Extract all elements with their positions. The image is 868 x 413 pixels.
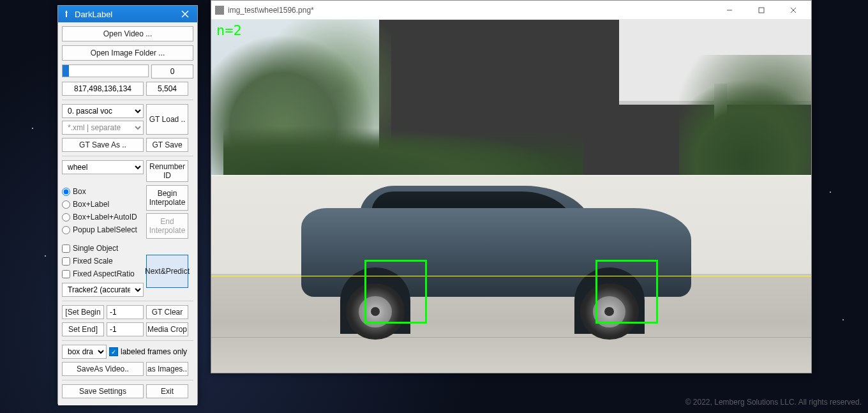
maximize-icon[interactable] xyxy=(747,1,775,19)
gt-load-button[interactable]: GT Load .. xyxy=(146,104,188,135)
gt-clear-button[interactable]: GT Clear xyxy=(146,305,188,319)
labeled-only-label: labeled frames only xyxy=(121,347,187,356)
save-settings-button[interactable]: Save Settings xyxy=(62,384,144,398)
viewer-title: img_test\wheel1596.png* xyxy=(228,6,712,15)
bounding-box[interactable] xyxy=(595,260,659,324)
darklabel-panel: DarkLabel Open Video ... Open Image Fold… xyxy=(57,5,198,404)
scene-background xyxy=(211,20,811,373)
bounding-box[interactable] xyxy=(364,260,428,324)
minimize-icon[interactable] xyxy=(715,1,744,19)
close-icon[interactable] xyxy=(177,7,193,21)
overlay-count: n=2 xyxy=(216,22,242,38)
slider-thumb[interactable] xyxy=(63,65,69,77)
app-icon xyxy=(62,10,71,19)
end-interpolate-button[interactable]: EndInterpolate xyxy=(146,213,188,239)
format-select[interactable]: 0. pascal voc xyxy=(62,104,144,118)
gt-save-as-button[interactable]: GT Save As .. xyxy=(62,138,144,152)
labeled-only-checkbox[interactable]: ✓ xyxy=(109,347,118,356)
set-begin-button[interactable]: [Set Begin xyxy=(62,305,104,319)
image-viewer-window: img_test\wheel1596.png* xyxy=(211,0,812,373)
ext-select[interactable]: *.xml | separate xyxy=(62,121,144,135)
radio-box-label[interactable]: Box+Label xyxy=(62,198,144,211)
draw-mode-select[interactable]: box drawi xyxy=(62,345,107,359)
sidebar-title: DarkLabel xyxy=(75,10,173,19)
class-select[interactable]: wheel xyxy=(62,160,144,174)
as-images-button[interactable]: as Images.. xyxy=(146,362,188,376)
sidebar-titlebar[interactable]: DarkLabel xyxy=(58,6,197,22)
frame-count-readout: 5,504 xyxy=(146,82,188,96)
gt-save-button[interactable]: GT Save xyxy=(146,138,188,152)
exit-button[interactable]: Exit xyxy=(146,384,188,398)
open-image-folder-button[interactable]: Open Image Folder ... xyxy=(62,45,193,61)
open-video-button[interactable]: Open Video ... xyxy=(62,26,193,41)
media-crop-button[interactable]: Media Crop xyxy=(146,322,188,336)
slider-value-readout: 0 xyxy=(151,64,193,79)
check-fixed-scale[interactable]: Fixed Scale xyxy=(62,255,144,267)
viewer-titlebar[interactable]: img_test\wheel1596.png* xyxy=(211,1,811,20)
set-end-button[interactable]: Set End] xyxy=(62,322,104,336)
radio-box-autoid[interactable]: Box+Label+AutoID xyxy=(62,211,144,223)
check-single-object[interactable]: Single Object xyxy=(62,242,144,255)
renumber-id-button[interactable]: Renumber ID xyxy=(146,160,188,182)
check-fixed-aspect[interactable]: Fixed AspectRatio xyxy=(62,267,144,280)
tracker-select[interactable]: Tracker2 (accurate) xyxy=(62,283,144,297)
set-begin-input[interactable] xyxy=(107,305,144,319)
save-as-video-button[interactable]: SaveAs Video.. xyxy=(62,362,144,376)
frame-slider[interactable] xyxy=(62,64,149,77)
set-end-input[interactable] xyxy=(107,322,144,336)
crosshair-horizontal xyxy=(211,276,811,276)
radio-box[interactable]: Box xyxy=(62,185,144,198)
begin-interpolate-button[interactable]: BeginInterpolate xyxy=(146,185,188,211)
radio-popup[interactable]: Popup LabelSelect xyxy=(62,223,144,236)
frame-index-readout: 817,498,136,134 xyxy=(62,82,144,96)
svg-rect-0 xyxy=(759,8,764,13)
watermark-text: © 2022, Lemberg Solutions LLC. All right… xyxy=(685,398,862,407)
next-predict-button[interactable]: Next&Predict xyxy=(146,255,188,288)
viewer-canvas[interactable]: n=2 xyxy=(211,20,811,373)
close-window-icon[interactable] xyxy=(779,1,807,19)
viewer-app-icon xyxy=(215,6,224,15)
